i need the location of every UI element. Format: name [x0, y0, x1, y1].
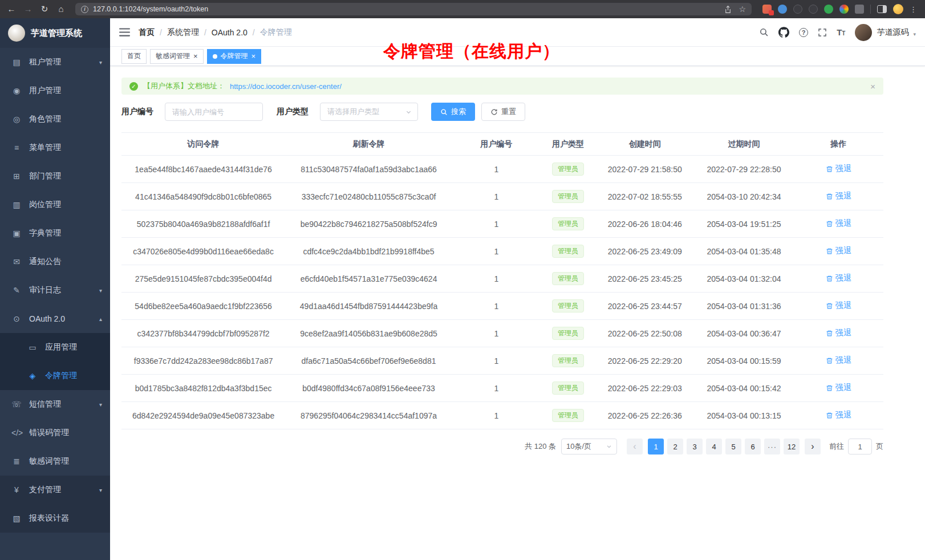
user-id-cell: 1: [452, 293, 541, 320]
page-size-select[interactable]: 10条/页: [561, 439, 617, 455]
sidebar-item-label: 短信管理: [29, 399, 61, 409]
sidebar-item-sensitive-word[interactable]: ≣敏感词管理: [0, 447, 110, 476]
site-info-icon[interactable]: i: [81, 6, 88, 13]
search-icon[interactable]: [759, 27, 769, 37]
force-logout-button[interactable]: 强退: [826, 301, 851, 311]
page-button-5[interactable]: 5: [725, 439, 741, 455]
expire-time-cell: 2054-03-10 20:42:34: [695, 183, 794, 210]
reset-button[interactable]: 重置: [481, 103, 525, 121]
prev-page-button[interactable]: ‹: [627, 439, 643, 455]
doc-link[interactable]: https://doc.iocoder.cn/user-center/: [230, 82, 342, 91]
sidebar-item-notice[interactable]: ✉通知公告: [0, 247, 110, 276]
next-page-button[interactable]: ›: [805, 439, 821, 455]
page-button-6[interactable]: 6: [745, 439, 761, 455]
tab-home[interactable]: 首页: [121, 49, 147, 64]
action-cell: 强退: [793, 402, 883, 429]
force-logout-button[interactable]: 强退: [826, 383, 851, 393]
address-bar[interactable]: i 127.0.0.1:1024/system/oauth2/token ☆: [75, 3, 752, 15]
help-icon[interactable]: ?: [799, 28, 808, 37]
tab-sensitive-word[interactable]: 敏感词管理×: [150, 49, 204, 64]
page-button-2[interactable]: 2: [667, 439, 683, 455]
sidebar-item-dept[interactable]: ⊞部门管理: [0, 162, 110, 190]
side-panel-icon[interactable]: [877, 5, 887, 13]
font-size-icon[interactable]: TT: [837, 28, 845, 36]
doc-alert: ✓ 【用户体系】文档地址： https://doc.iocoder.cn/use…: [121, 78, 883, 95]
extension-icon[interactable]: [762, 5, 772, 14]
sidebar-item-pay[interactable]: ¥支付管理▾: [0, 476, 110, 504]
sidebar-item-menu[interactable]: ≡菜单管理: [0, 133, 110, 162]
page-button-1[interactable]: 1: [648, 439, 664, 455]
chevron-down-icon: ▾: [913, 31, 916, 37]
browser-forward-icon[interactable]: →: [22, 0, 34, 18]
page-button-12[interactable]: 12: [784, 439, 800, 455]
browser-menu-icon[interactable]: ⋮: [910, 5, 917, 14]
force-logout-button[interactable]: 强退: [826, 218, 851, 229]
page-button-3[interactable]: 3: [687, 439, 703, 455]
user-id-cell: 1: [452, 156, 541, 183]
page-list: 123456···12: [648, 439, 800, 455]
close-icon[interactable]: ×: [193, 52, 198, 60]
sidebar-item-label: 菜单管理: [29, 143, 61, 153]
refresh-icon: [490, 108, 498, 116]
breadcrumb-item[interactable]: 系统管理: [167, 27, 199, 38]
browser-home-icon[interactable]: ⌂: [55, 0, 67, 18]
browser-refresh-icon[interactable]: ↻: [39, 0, 50, 18]
pages-more-button[interactable]: ···: [764, 439, 780, 455]
sidebar-item-role[interactable]: ◎角色管理: [0, 105, 110, 133]
extension-icon[interactable]: [839, 5, 849, 14]
search-button[interactable]: 搜索: [431, 103, 475, 121]
user-menu[interactable]: 芋道源码 ▾: [855, 24, 916, 41]
error-code-icon: </>: [11, 428, 22, 437]
close-icon[interactable]: ×: [251, 52, 256, 60]
force-logout-button[interactable]: 强退: [826, 328, 851, 338]
sidebar-item-dict[interactable]: ▣字典管理: [0, 219, 110, 247]
fullscreen-icon[interactable]: [818, 28, 827, 37]
user-id-cell: 1: [452, 347, 541, 375]
close-icon[interactable]: ×: [870, 82, 875, 91]
sidebar-item-sms[interactable]: ☏短信管理▾: [0, 390, 110, 419]
breadcrumb-item[interactable]: 首页: [139, 27, 155, 38]
force-logout-button[interactable]: 强退: [826, 191, 851, 201]
table-row: 1ea5e44f8bc1467aaede43144f31de76811c5304…: [121, 156, 883, 183]
sidebar-item-error-code[interactable]: </>错误码管理: [0, 419, 110, 447]
force-logout-button[interactable]: 强退: [826, 273, 851, 283]
jump-label: 前往: [829, 441, 844, 452]
refresh-token-cell: dfa6c71a50a54c66bef706ef9e6e8d81: [285, 347, 452, 375]
extension-icon[interactable]: [809, 5, 818, 14]
force-logout-button[interactable]: 强退: [826, 164, 851, 174]
sidebar-item-audit-log[interactable]: ✎审计日志▾: [0, 276, 110, 305]
share-icon[interactable]: [724, 5, 732, 14]
bookmark-star-icon[interactable]: ☆: [739, 5, 746, 14]
sidebar-item-oauth2-token[interactable]: ◈令牌管理: [0, 362, 110, 390]
force-logout-label: 强退: [835, 164, 851, 174]
force-logout-button[interactable]: 强退: [826, 246, 851, 256]
extension-icon[interactable]: [793, 5, 802, 14]
sidebar-item-oauth2-application[interactable]: ▭应用管理: [0, 333, 110, 362]
extension-icon[interactable]: [778, 5, 787, 14]
sidebar-collapse-button[interactable]: [119, 27, 130, 37]
sidebar-item-report[interactable]: ▧报表设计器: [0, 504, 110, 533]
menu-icon: ≡: [11, 143, 22, 152]
access-token-cell: 502375b8040a469a9b82188afdf6af1f: [121, 210, 285, 238]
sidebar-item-tenant[interactable]: ▤租户管理▾: [0, 48, 110, 76]
extensions-puzzle-icon[interactable]: [855, 5, 864, 14]
user-id-input[interactable]: [165, 103, 263, 121]
breadcrumb-item[interactable]: OAuth 2.0: [212, 28, 248, 37]
sidebar-item-label: 通知公告: [29, 257, 61, 267]
force-logout-button[interactable]: 强退: [826, 410, 851, 420]
browser-back-icon[interactable]: ←: [6, 0, 17, 18]
delete-icon: [826, 412, 833, 419]
github-icon[interactable]: [778, 27, 789, 38]
tab-label: 令牌管理: [221, 51, 248, 61]
question-mark-icon: ?: [799, 28, 808, 37]
browser-profile-avatar[interactable]: [893, 4, 903, 14]
jump-page-input[interactable]: [848, 439, 872, 455]
tab-token[interactable]: 令牌管理×: [207, 49, 262, 64]
user-type-select[interactable]: 请选择用户类型: [320, 103, 418, 121]
force-logout-button[interactable]: 强退: [826, 355, 851, 366]
sidebar-item-user[interactable]: ◉用户管理: [0, 76, 110, 105]
sidebar-item-oauth2[interactable]: ⊙OAuth 2.0▴: [0, 305, 110, 333]
page-button-4[interactable]: 4: [706, 439, 722, 455]
extension-icon[interactable]: [824, 5, 833, 14]
sidebar-item-post[interactable]: ▥岗位管理: [0, 190, 110, 219]
